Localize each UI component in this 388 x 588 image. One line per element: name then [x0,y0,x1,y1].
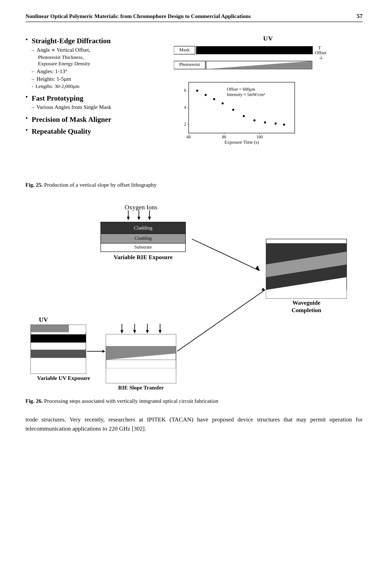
fig26-caption-text: Processing steps associated with vertica… [44,398,218,404]
body-paragraph: trode structures. Very recently, researc… [25,415,363,433]
fig26-caption-bold: Fig. 26. [25,398,43,404]
svg-marker-63 [31,325,69,332]
bullet-dot-4: • [25,127,28,133]
svg-rect-68 [31,358,86,374]
svg-text:Exposure Time (s): Exposure Time (s) [224,139,259,145]
sub-sub-1: Photoresist Thickness, [38,54,111,60]
svg-point-27 [213,98,215,100]
page: Nonlinear Optical Polymeric Materials: f… [0,0,388,588]
bullet-dot-3: • [25,115,28,121]
svg-text:⊥: ⊥ [319,55,323,60]
svg-rect-65 [31,334,86,342]
svg-text:T: T [318,45,321,50]
fig25-diagram: UV Mask T Offset ⊥ Photoresist [174,33,363,176]
svg-text:4: 4 [184,105,186,110]
svg-text:Variable RIE Exposure: Variable RIE Exposure [114,254,173,260]
svg-text:Waveguide: Waveguide [292,299,320,306]
svg-text:Cladding: Cladding [135,235,152,241]
bullet-main-3: Precision of Mask Aligner [32,115,111,124]
svg-marker-81 [146,330,149,333]
uv-label: UV [174,35,363,42]
page-number: 57 [357,13,363,20]
page-header: Nonlinear Optical Polymeric Materials: f… [25,13,363,22]
fig25-section: • Straight-Edge Diffraction Angle ∝ Vert… [25,33,363,176]
bullet-dot-2: • [25,93,28,100]
svg-text:RIE Slope Transfer: RIE Slope Transfer [118,384,164,391]
svg-text:Cladding: Cladding [134,225,152,230]
svg-rect-74 [106,360,176,368]
svg-text:60: 60 [187,135,191,139]
svg-text:Offset = 600μm: Offset = 600μm [227,87,255,92]
sub-item-1-1: Angle ∝ Vertical Offset, [32,47,111,53]
svg-point-32 [264,121,266,124]
svg-text:UV: UV [39,316,48,323]
svg-text:2: 2 [184,122,186,127]
svg-line-86 [177,290,265,351]
fig26-section: Oxygen Ions Cladding Cladding Substrate [25,199,363,404]
svg-point-33 [275,122,277,125]
svg-text:100: 100 [256,135,263,139]
svg-text:Substrate: Substrate [134,244,152,249]
svg-text:80: 80 [222,135,226,139]
svg-point-30 [243,115,245,117]
bullet-item-3: • Precision of Mask Aligner [25,115,161,124]
svg-text:Intensity ≈ 5mW/cm²: Intensity ≈ 5mW/cm² [227,92,265,97]
sub-item-2-1: Various Angles from Single Mask [32,104,111,110]
bullet-item-1: • Straight-Edge Diffraction Angle ∝ Vert… [25,37,161,90]
svg-text:Oxygen Ions: Oxygen Ions [125,204,157,211]
body-text: trode structures. Very recently, researc… [25,415,363,433]
fig26-diagram: Oxygen Ions Cladding Cladding Substrate [25,199,363,394]
svg-marker-77 [121,330,123,333]
bullet-item-4: • Repeatable Quality [25,127,161,136]
fig25-caption-text: Production of a vertical slope by offset… [44,182,156,188]
fig25-svg: Mask T Offset ⊥ Photoresist Angle (°) [174,44,335,176]
svg-marker-83 [159,330,162,333]
svg-marker-79 [133,330,136,333]
svg-line-51 [192,239,260,271]
svg-point-26 [205,94,207,96]
bullet-item-2: • Fast Prototyping Various Angles from S… [25,94,161,112]
svg-rect-75 [106,368,176,383]
svg-rect-57 [266,290,347,298]
svg-text:Variable UV Exposure: Variable UV Exposure [37,375,90,381]
fig25-caption: Fig. 25. Production of a vertical slope … [25,182,363,188]
svg-point-28 [221,102,224,104]
fig26-svg: Oxygen Ions Cladding Cladding Substrate [26,199,362,394]
bullet-list: • Straight-Edge Diffraction Angle ∝ Vert… [25,33,161,139]
fig25-caption-bold: Fig. 25. [25,182,43,188]
svg-marker-70 [102,350,105,353]
svg-point-25 [196,90,198,92]
svg-rect-66 [31,342,86,350]
header-title: Nonlinear Optical Polymeric Materials: f… [25,13,251,20]
bullet-main-2: Fast Prototyping [32,94,111,102]
svg-text:Mask: Mask [179,47,190,52]
svg-marker-43 [148,217,151,220]
sub-item-1-2: Angles: 1-13° [32,68,111,75]
bullet-dot-1: • [25,36,28,43]
bullet-main-1: Straight-Edge Diffraction [32,37,111,45]
svg-text:6: 6 [184,88,186,92]
sub-sub-2: Exposure Energy Density [38,61,111,67]
svg-marker-39 [127,217,130,220]
svg-rect-67 [31,350,86,358]
svg-point-34 [283,124,285,126]
svg-point-31 [253,119,255,121]
svg-rect-72 [106,334,176,346]
fig26-caption: Fig. 26. Processing steps associated wit… [25,398,363,404]
sub-item-1-3: Heights: 1-5μm [32,76,111,82]
svg-point-29 [232,109,234,111]
svg-text:Completion: Completion [291,307,321,313]
svg-text:Photoresist: Photoresist [179,62,200,67]
sub-item-1-4: - Lengths: 30-2,000μm [32,84,111,89]
bullet-main-4: Repeatable Quality [32,127,91,136]
svg-rect-2 [196,46,313,54]
svg-marker-41 [137,217,140,220]
